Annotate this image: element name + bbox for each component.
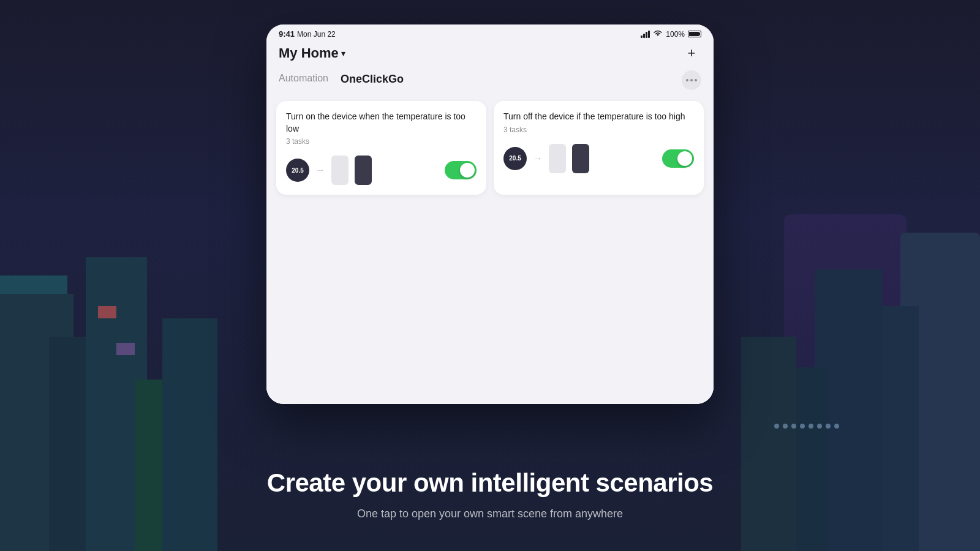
accent-window-purple bbox=[116, 343, 135, 355]
toggle-switch-2[interactable] bbox=[662, 149, 694, 168]
tabs-container: Automation OneClickGo bbox=[279, 73, 404, 88]
app-header: My Home ▾ + bbox=[266, 41, 714, 68]
main-subheadline: One tap to open your own smart scene fro… bbox=[0, 508, 980, 520]
temp-value-1: 20.5 bbox=[292, 167, 303, 174]
temp-sensor-2: 20.5 bbox=[503, 147, 527, 170]
status-time: 9:41 bbox=[279, 29, 295, 39]
tab-automation[interactable]: Automation bbox=[279, 73, 328, 88]
toggle-knob-1 bbox=[460, 163, 475, 178]
signal-bar-2 bbox=[643, 34, 645, 38]
card-2-title: Turn off the device if the temperature i… bbox=[503, 111, 694, 123]
signal-bars-icon bbox=[641, 31, 650, 38]
add-button[interactable]: + bbox=[682, 43, 701, 63]
app-content: Turn on the device when the temperature … bbox=[266, 95, 714, 404]
chevron-down-icon: ▾ bbox=[341, 48, 345, 58]
temp-sensor-1: 20.5 bbox=[286, 159, 309, 182]
toggle-knob-2 bbox=[677, 151, 692, 166]
automation-card-2[interactable]: Turn off the device if the temperature i… bbox=[494, 101, 704, 195]
home-selector[interactable]: My Home ▾ bbox=[279, 45, 345, 61]
home-title: My Home bbox=[279, 45, 339, 61]
status-icons: 100% bbox=[641, 30, 701, 39]
device-icon-2b bbox=[572, 144, 589, 173]
dot-1 bbox=[686, 79, 688, 81]
temp-value-2: 20.5 bbox=[509, 155, 521, 162]
arrow-right-icon-2: → bbox=[533, 153, 543, 164]
automation-cards-grid: Turn on the device when the temperature … bbox=[276, 101, 704, 195]
card-2-devices: 20.5 → bbox=[503, 144, 694, 173]
device-icon-1b bbox=[355, 156, 372, 185]
arrow-right-icon-1: → bbox=[315, 165, 325, 176]
tab-oneclickgo[interactable]: OneClickGo bbox=[341, 73, 404, 88]
battery-percent-text: 100% bbox=[666, 30, 685, 39]
battery-tip bbox=[699, 32, 700, 36]
tablet-frame: 9:41 Mon Jun 22 100% bbox=[266, 24, 714, 404]
accent-window-pink bbox=[98, 306, 116, 318]
device-icon-1a bbox=[331, 156, 349, 185]
battery-fill bbox=[689, 32, 699, 36]
signal-bar-4 bbox=[648, 31, 650, 38]
status-bar: 9:41 Mon Jun 22 100% bbox=[266, 24, 714, 41]
dot-3 bbox=[695, 79, 697, 81]
card-1-tasks: 3 tasks bbox=[286, 137, 477, 146]
toggle-switch-1[interactable] bbox=[445, 161, 477, 179]
main-headline: Create your own intelligent scenarios bbox=[0, 468, 980, 498]
device-icon-2a bbox=[549, 144, 566, 173]
dot-2 bbox=[690, 79, 693, 81]
signal-bar-3 bbox=[646, 32, 647, 38]
automation-card-1[interactable]: Turn on the device when the temperature … bbox=[276, 101, 486, 195]
more-menu-button[interactable] bbox=[682, 70, 701, 90]
card-1-title: Turn on the device when the temperature … bbox=[286, 111, 477, 135]
card-1-devices: 20.5 → bbox=[286, 156, 477, 185]
device-mockup: 9:41 Mon Jun 22 100% bbox=[266, 24, 714, 404]
tabs-bar: Automation OneClickGo bbox=[266, 68, 714, 95]
signal-bar-1 bbox=[641, 36, 643, 38]
led-strip bbox=[774, 424, 839, 429]
bottom-text-section: Create your own intelligent scenarios On… bbox=[0, 468, 980, 520]
battery-icon bbox=[688, 31, 701, 37]
status-date: Mon Jun 22 bbox=[297, 30, 336, 39]
wifi-icon bbox=[653, 30, 663, 39]
card-2-tasks: 3 tasks bbox=[503, 126, 694, 134]
